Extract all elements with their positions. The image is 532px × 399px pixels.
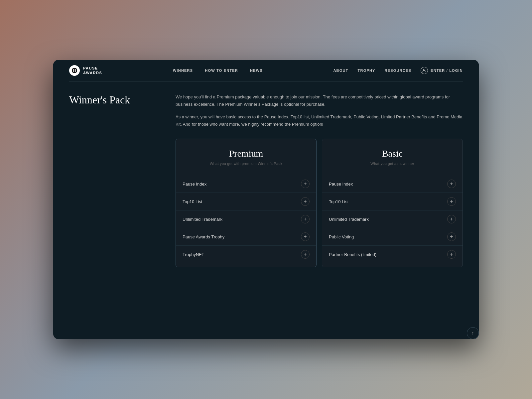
svg-rect-1 xyxy=(73,69,74,72)
premium-pack-subtitle: What you get with premium Winner's Pack xyxy=(183,162,310,166)
premium-item-trophynft-label: TrophyNFT xyxy=(183,252,204,257)
page-title-col: Winner's Pack xyxy=(69,93,156,106)
premium-item-top10-expand[interactable]: + xyxy=(301,197,310,206)
navbar: PAUSE AWARDS WINNERS HOW TO ENTER NEWS A… xyxy=(53,60,479,81)
page-title: Winner's Pack xyxy=(69,93,156,106)
basic-item-public-voting-label: Public Voting xyxy=(329,234,354,239)
enter-login-label: ENTER / LOGIN xyxy=(431,68,463,72)
page-description-2: As a winner, you will have basic access … xyxy=(176,113,463,128)
svg-rect-2 xyxy=(75,69,76,72)
premium-item-pause-index-label: Pause Index xyxy=(183,182,206,187)
premium-item-trophy[interactable]: Pause Awards Trophy + xyxy=(176,228,316,245)
scroll-to-top-button[interactable]: ↑ xyxy=(467,327,479,339)
basic-pack-header: Basic What you get as a winner xyxy=(322,139,463,171)
basic-item-top10[interactable]: Top10 List + xyxy=(322,193,463,210)
premium-item-top10[interactable]: Top10 List + xyxy=(176,193,316,210)
basic-pack-subtitle: What you get as a winner xyxy=(329,162,456,166)
enter-login-button[interactable]: ENTER / LOGIN xyxy=(421,67,463,74)
nav-resources[interactable]: RESOURCES xyxy=(385,68,411,72)
logo-area: PAUSE AWARDS xyxy=(69,65,102,76)
basic-item-partner-benefits-expand[interactable]: + xyxy=(447,250,456,259)
premium-item-trademark-expand[interactable]: + xyxy=(301,215,310,223)
premium-item-trophy-expand[interactable]: + xyxy=(301,232,310,241)
premium-pack-items: Pause Index + Top10 List + Unlimited Tra… xyxy=(176,171,316,267)
premium-item-trademark[interactable]: Unlimited Trademark + xyxy=(176,210,316,228)
nav-right: ABOUT TROPHY RESOURCES ENTER / LOGIN xyxy=(333,67,463,74)
premium-pack-name: Premium xyxy=(183,148,310,159)
premium-item-pause-index-expand[interactable]: + xyxy=(301,180,310,188)
basic-item-trademark[interactable]: Unlimited Trademark + xyxy=(322,210,463,228)
nav-winners[interactable]: WINNERS xyxy=(173,68,193,72)
basic-item-trademark-label: Unlimited Trademark xyxy=(329,217,369,222)
basic-item-partner-benefits-label: Partner Benefits (limited) xyxy=(329,252,376,257)
premium-item-top10-label: Top10 List xyxy=(183,199,202,204)
premium-pack-card: Premium What you get with premium Winner… xyxy=(176,139,317,267)
premium-item-trophynft[interactable]: TrophyNFT + xyxy=(176,245,316,263)
premium-item-pause-index[interactable]: Pause Index + xyxy=(176,175,316,193)
basic-item-pause-index[interactable]: Pause Index + xyxy=(322,175,463,193)
premium-pack-header: Premium What you get with premium Winner… xyxy=(176,139,316,171)
user-icon xyxy=(421,67,428,74)
logo-text: PAUSE AWARDS xyxy=(83,66,102,75)
page-desc-col: We hope you'll find a Premium package va… xyxy=(176,93,463,267)
premium-item-trophy-label: Pause Awards Trophy xyxy=(183,234,224,239)
nav-how-to-enter[interactable]: HOW TO ENTER xyxy=(205,68,238,72)
basic-item-partner-benefits[interactable]: Partner Benefits (limited) + xyxy=(322,245,463,263)
basic-pack-card: Basic What you get as a winner Pause Ind… xyxy=(322,139,463,267)
basic-item-trademark-expand[interactable]: + xyxy=(447,215,456,223)
basic-item-pause-index-label: Pause Index xyxy=(329,182,353,187)
basic-pack-name: Basic xyxy=(329,148,456,159)
main-content: Winner's Pack We hope you'll find a Prem… xyxy=(53,81,479,339)
basic-item-top10-label: Top10 List xyxy=(329,199,348,204)
nav-trophy[interactable]: TROPHY xyxy=(358,68,375,72)
premium-item-trophynft-expand[interactable]: + xyxy=(301,250,310,259)
nav-news[interactable]: NEWS xyxy=(250,68,263,72)
premium-item-trademark-label: Unlimited Trademark xyxy=(183,217,222,222)
divider xyxy=(69,81,463,81)
page-layout: Winner's Pack We hope you'll find a Prem… xyxy=(69,93,463,267)
nav-center: WINNERS HOW TO ENTER NEWS xyxy=(173,68,263,72)
basic-item-public-voting-expand[interactable]: + xyxy=(447,232,456,241)
page-description-1: We hope you'll find a Premium package va… xyxy=(176,93,463,108)
basic-item-public-voting[interactable]: Public Voting + xyxy=(322,228,463,245)
basic-item-pause-index-expand[interactable]: + xyxy=(447,180,456,188)
basic-pack-items: Pause Index + Top10 List + Unlimited Tra… xyxy=(322,171,463,267)
nav-about[interactable]: ABOUT xyxy=(333,68,348,72)
packs-row: Premium What you get with premium Winner… xyxy=(176,139,463,267)
pause-awards-logo-icon xyxy=(69,65,80,76)
basic-item-top10-expand[interactable]: + xyxy=(447,197,456,206)
svg-point-0 xyxy=(72,68,77,73)
scroll-top-icon: ↑ xyxy=(472,331,474,336)
